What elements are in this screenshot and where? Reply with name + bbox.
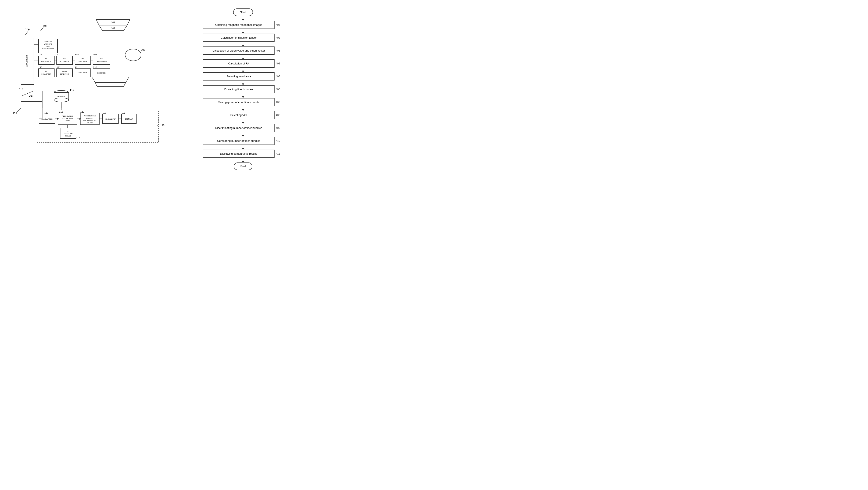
svg-text:RF: RF	[63, 58, 65, 60]
svg-marker-11	[92, 77, 129, 83]
svg-text:VOI: VOI	[67, 130, 69, 132]
flow-step-box: Extracting fiber bundles	[203, 85, 275, 93]
svg-text:AMPLIFIER: AMPLIFIER	[79, 71, 87, 73]
flow-step-ref: 406	[276, 88, 283, 91]
arrow-4	[203, 68, 283, 72]
svg-text:CONVERTER: CONVERTER	[41, 73, 52, 75]
flow-step-row: Selecting VOI408	[203, 111, 283, 119]
svg-text:FIBER BUNDLE: FIBER BUNDLE	[84, 115, 96, 117]
svg-rect-72	[58, 113, 77, 125]
flow-step-ref: 403	[276, 49, 283, 52]
svg-text:120: 120	[80, 110, 84, 113]
svg-text:AD: AD	[45, 71, 48, 72]
flow-step-box: Calculation of diffusion tensor	[203, 34, 275, 42]
svg-text:TRANSMITTER: TRANSMITTER	[96, 60, 107, 62]
svg-text:OSCILLATOR: OSCILLATOR	[41, 60, 51, 62]
svg-text:110: 110	[93, 66, 97, 69]
flow-step-row: Selecting seed area405	[203, 72, 283, 80]
flow-step-box: Obtaining magnetic resonance images	[203, 21, 275, 29]
svg-text:101: 101	[111, 21, 115, 24]
svg-text:PHASE: PHASE	[62, 71, 67, 72]
svg-marker-12	[95, 83, 126, 87]
svg-rect-60	[54, 93, 69, 100]
svg-rect-82	[80, 113, 99, 125]
svg-rect-77	[60, 128, 76, 138]
arrow-8	[203, 119, 283, 124]
arrow-9	[203, 132, 283, 137]
svg-text:MEMORY: MEMORY	[58, 96, 65, 98]
svg-rect-69	[39, 114, 55, 124]
flow-step-row: Comparing number of fiber bundles410	[203, 137, 283, 145]
flowchart: Start Obtaining magnetic resonance image…	[178, 6, 292, 170]
flow-step-ref: 405	[276, 75, 283, 78]
flow-step-row: Discriminating number of fiber bundles40…	[203, 124, 283, 132]
svg-text:122: 122	[122, 111, 125, 114]
svg-line-66	[17, 108, 21, 112]
arrow-2	[203, 42, 283, 46]
svg-rect-24	[57, 56, 72, 64]
start-node: Start	[233, 8, 253, 16]
svg-text:RF: RF	[45, 58, 47, 60]
flow-step-box: Discriminating number of fiber bundles	[203, 124, 275, 132]
svg-text:106: 106	[38, 53, 42, 56]
svg-text:102: 102	[111, 27, 115, 30]
svg-text:MAGNETIC: MAGNETIC	[44, 43, 52, 45]
svg-text:EXTRACTING: EXTRACTING	[63, 118, 73, 119]
svg-line-1	[25, 31, 29, 35]
svg-text:COMPARATOR: COMPARATOR	[104, 118, 116, 120]
flow-step-ref: 407	[276, 101, 283, 104]
svg-text:125: 125	[160, 124, 164, 127]
svg-text:107: 107	[57, 53, 60, 56]
svg-rect-28	[75, 56, 91, 64]
flow-step-box: Saving group of coordinate points	[203, 98, 275, 106]
flow-steps: Obtaining magnetic resonance images401Ca…	[203, 21, 283, 162]
flow-step-ref: 401	[276, 24, 283, 26]
svg-marker-6	[99, 26, 127, 31]
arrow-1	[203, 29, 283, 34]
end-node: End	[234, 162, 253, 170]
flow-step-ref: 411	[276, 152, 283, 155]
arrow-10	[203, 145, 283, 150]
svg-text:DISCRIMINATING: DISCRIMINATING	[83, 120, 96, 122]
svg-text:SEQUENCER: SEQUENCER	[26, 55, 28, 67]
svg-text:FIBER BUNDLE: FIBER BUNDLE	[62, 115, 73, 117]
flow-step-row: Obtaining magnetic resonance images401	[203, 21, 283, 29]
flowchart-section: Start Obtaining magnetic resonance image…	[194, 8, 283, 170]
svg-text:115: 115	[70, 89, 74, 92]
svg-rect-13	[21, 38, 34, 85]
svg-rect-15	[38, 39, 58, 53]
svg-text:MEANS: MEANS	[65, 120, 70, 122]
svg-text:109: 109	[93, 53, 97, 56]
svg-text:117: 117	[44, 111, 48, 114]
arrow-5	[203, 80, 283, 85]
flow-step-row: Displaying comparative results411	[203, 150, 283, 158]
svg-text:108: 108	[75, 53, 79, 56]
flow-step-row: Calculation of eigen value and eigen vec…	[203, 46, 283, 55]
flow-step-box: Calculation of eigen value and eigen vec…	[203, 46, 275, 55]
svg-text:FIELD: FIELD	[45, 45, 50, 47]
svg-text:GRADIENT: GRADIENT	[44, 41, 52, 43]
svg-text:114: 114	[19, 88, 23, 91]
svg-rect-0	[19, 18, 148, 114]
svg-text:113: 113	[38, 66, 42, 69]
svg-rect-56	[21, 91, 42, 101]
flow-step-row: Calculation of diffusion tensor402	[203, 34, 283, 42]
svg-rect-20	[38, 56, 54, 64]
svg-text:CPU: CPU	[29, 95, 34, 98]
svg-line-95	[157, 124, 158, 126]
flow-step-box: Selecting seed area	[203, 72, 275, 80]
svg-text:DISPLAY: DISPLAY	[125, 118, 133, 120]
svg-text:MEANS: MEANS	[65, 135, 71, 137]
flow-step-box: Displaying comparative results	[203, 150, 275, 158]
svg-text:103: 103	[141, 48, 145, 51]
flow-step-box: Calculation of FA	[203, 59, 275, 68]
svg-text:SELECTING: SELECTING	[64, 133, 73, 135]
svg-text:DETECTOR: DETECTOR	[60, 73, 69, 75]
svg-rect-91	[122, 114, 136, 124]
flow-step-row: Saving group of coordinate points407	[203, 98, 283, 106]
svg-rect-88	[102, 114, 118, 124]
svg-line-109	[21, 91, 34, 96]
svg-rect-40	[57, 69, 72, 77]
flow-step-ref: 408	[276, 114, 283, 117]
svg-point-9	[125, 49, 141, 61]
